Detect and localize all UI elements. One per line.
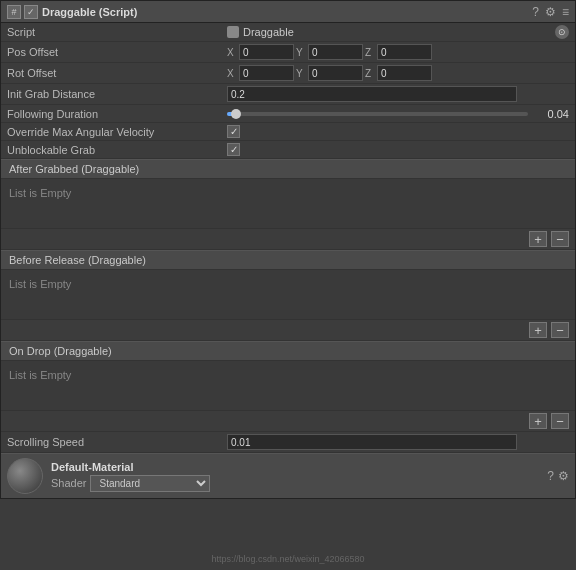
rot-offset-value: X Y Z — [227, 65, 569, 81]
header-icons: # ✓ — [7, 5, 38, 19]
rot-x-label: X — [227, 68, 237, 79]
on-drop-header: On Drop (Draggable) — [1, 341, 575, 361]
panel-title: Draggable (Script) — [42, 6, 528, 18]
script-name: Draggable — [243, 26, 294, 38]
following-duration-track[interactable] — [227, 112, 528, 116]
material-preview-sphere — [7, 458, 43, 494]
unblockable-grab-value — [227, 143, 569, 156]
script-value: Draggable — [227, 26, 294, 38]
material-info: Default-Material Shader Standard — [51, 461, 539, 492]
pos-z-input[interactable] — [377, 44, 432, 60]
before-release-footer: + − — [1, 320, 575, 341]
rot-y-label: Y — [296, 68, 306, 79]
after-grabbed-empty: List is Empty — [9, 187, 71, 199]
before-release-list: List is Empty — [1, 270, 575, 320]
after-grabbed-add-btn[interactable]: + — [529, 231, 547, 247]
rot-offset-xyz: X Y Z — [227, 65, 432, 81]
shader-row: Shader Standard — [51, 475, 539, 492]
checkbox-icon[interactable]: ✓ — [24, 5, 38, 19]
panel-header: # ✓ Draggable (Script) ? ⚙ ≡ — [1, 1, 575, 23]
rot-z-label: Z — [365, 68, 375, 79]
script-value-container: Draggable ⊙ — [227, 25, 569, 39]
before-release-empty: List is Empty — [9, 278, 71, 290]
after-grabbed-header: After Grabbed (Draggable) — [1, 159, 575, 179]
material-help-icon[interactable]: ? — [547, 469, 554, 483]
rot-z-input[interactable] — [377, 65, 432, 81]
pos-x-input[interactable] — [239, 44, 294, 60]
rot-offset-label: Rot Offset — [7, 67, 227, 79]
init-grab-input[interactable] — [227, 86, 517, 102]
hash-icon[interactable]: # — [7, 5, 21, 19]
after-grabbed-remove-btn[interactable]: − — [551, 231, 569, 247]
rot-offset-row: Rot Offset X Y Z — [1, 63, 575, 84]
pos-y-label: Y — [296, 47, 306, 58]
header-right-icons: ? ⚙ ≡ — [532, 5, 569, 19]
following-duration-row: Following Duration 0.04 — [1, 105, 575, 123]
pos-y-input[interactable] — [308, 44, 363, 60]
rot-y-input[interactable] — [308, 65, 363, 81]
script-file-icon — [227, 26, 239, 38]
init-grab-value-container — [227, 86, 569, 102]
material-panel: Default-Material Shader Standard ? ⚙ — [1, 453, 575, 498]
unblockable-grab-row: Unblockable Grab — [1, 141, 575, 159]
unblockable-grab-checkbox[interactable] — [227, 143, 240, 156]
init-grab-label: Init Grab Distance — [7, 88, 227, 100]
after-grabbed-list: List is Empty — [1, 179, 575, 229]
pos-x-label: X — [227, 47, 237, 58]
pos-offset-label: Pos Offset — [7, 46, 227, 58]
before-release-header: Before Release (Draggable) — [1, 250, 575, 270]
script-row: Script Draggable ⊙ — [1, 23, 575, 42]
following-duration-label: Following Duration — [7, 108, 227, 120]
material-settings-icon[interactable]: ⚙ — [558, 469, 569, 483]
settings-icon[interactable]: ⚙ — [545, 5, 556, 19]
on-drop-add-btn[interactable]: + — [529, 413, 547, 429]
pos-offset-value: X Y Z — [227, 44, 569, 60]
after-grabbed-footer: + − — [1, 229, 575, 250]
before-release-add-btn[interactable]: + — [529, 322, 547, 338]
following-duration-value: 0.04 — [227, 108, 569, 120]
on-drop-footer: + − — [1, 411, 575, 432]
pos-offset-xyz: X Y Z — [227, 44, 432, 60]
material-icons: ? ⚙ — [547, 469, 569, 483]
watermark: https://blog.csdn.net/weixin_42066580 — [0, 554, 576, 564]
menu-icon[interactable]: ≡ — [562, 5, 569, 19]
scrolling-speed-input[interactable] — [227, 434, 517, 450]
scrolling-speed-value-container — [227, 434, 569, 450]
rot-x-input[interactable] — [239, 65, 294, 81]
override-max-label: Override Max Angular Velocity — [7, 126, 227, 138]
init-grab-row: Init Grab Distance — [1, 84, 575, 105]
help-icon[interactable]: ? — [532, 5, 539, 19]
following-duration-number: 0.04 — [534, 108, 569, 120]
script-target-btn[interactable]: ⊙ — [555, 25, 569, 39]
following-duration-thumb[interactable] — [231, 109, 241, 119]
script-label: Script — [7, 26, 227, 38]
material-name: Default-Material — [51, 461, 539, 473]
pos-offset-row: Pos Offset X Y Z — [1, 42, 575, 63]
scrolling-speed-row: Scrolling Speed — [1, 432, 575, 453]
on-drop-empty: List is Empty — [9, 369, 71, 381]
override-max-checkbox[interactable] — [227, 125, 240, 138]
scrolling-speed-label: Scrolling Speed — [7, 436, 227, 448]
on-drop-list: List is Empty — [1, 361, 575, 411]
on-drop-remove-btn[interactable]: − — [551, 413, 569, 429]
override-max-value — [227, 125, 569, 138]
unblockable-grab-label: Unblockable Grab — [7, 144, 227, 156]
shader-dropdown[interactable]: Standard — [90, 475, 210, 492]
pos-z-label: Z — [365, 47, 375, 58]
override-max-row: Override Max Angular Velocity — [1, 123, 575, 141]
shader-label: Shader — [51, 477, 86, 489]
before-release-remove-btn[interactable]: − — [551, 322, 569, 338]
